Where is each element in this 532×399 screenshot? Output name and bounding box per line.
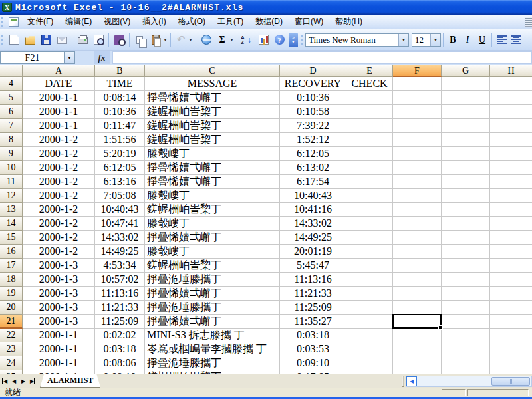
menu-item-6[interactable]: 数据(D) [249,14,289,29]
menu-item-3[interactable]: 插入(I) [136,14,172,29]
cell-F5[interactable] [393,91,442,105]
hyperlink-icon[interactable] [199,33,213,47]
cell-F20[interactable] [393,301,442,315]
cell-B24[interactable]: 0:08:06 [95,356,145,370]
cell-F10[interactable] [393,161,442,175]
cell-B17[interactable]: 4:53:34 [95,259,145,273]
cell-D18[interactable]: 11:13:16 [280,273,346,287]
cell-D9[interactable]: 6:12:05 [280,147,346,161]
cell-D16[interactable]: 20:01:19 [280,245,346,259]
toolbar-grip[interactable] [1,17,5,27]
align-left-button[interactable] [494,33,509,47]
font-name-combobox[interactable]: Times New Roman ▼ [305,33,409,47]
row-header-15[interactable]: 15 [0,231,23,245]
help-icon[interactable]: ? [272,33,287,47]
column-header-G[interactable]: G [442,65,490,77]
cell-H8[interactable] [490,133,532,147]
cell-D7[interactable]: 7:39:22 [280,119,346,133]
column-header-H[interactable]: H [490,65,532,77]
cell-B14[interactable]: 10:47:41 [95,217,145,231]
horizontal-scroll-thumb[interactable] [491,377,530,386]
cell-B15[interactable]: 14:33:02 [95,231,145,245]
cell-A8[interactable]: 2000-1-2 [23,133,95,147]
cell-D6[interactable]: 0:10:58 [280,105,346,119]
cell-B21[interactable]: 11:25:09 [95,315,145,329]
cell-A12[interactable]: 2000-1-2 [23,189,95,203]
menu-item-7[interactable]: 窗口(W) [289,14,329,29]
cell-H10[interactable] [490,161,532,175]
cell-D21[interactable]: 11:35:27 [280,315,346,329]
paste-icon[interactable] [148,33,163,47]
last-sheet-button[interactable]: ▶ [28,376,37,386]
cell-F23[interactable] [393,342,442,356]
cell-C11[interactable]: 掙曡悕嬻弌嶰丁 [145,175,280,189]
cell-E23[interactable] [346,342,393,356]
cell-G7[interactable] [442,119,490,133]
cell-G18[interactable] [442,273,490,287]
clipped-toolbar-icon[interactable] [525,17,532,27]
menu-item-4[interactable]: 格式(O) [172,14,211,29]
formatting-toolbar-grip[interactable] [301,35,304,45]
cell-F11[interactable] [393,175,442,189]
cell-H6[interactable] [490,105,532,119]
cell-C21[interactable]: 掙曡悕嬻弌嶰丁 [145,315,280,329]
cell-G5[interactable] [442,91,490,105]
cell-F19[interactable] [393,287,442,301]
cell-B7[interactable]: 0:11:47 [95,119,145,133]
cell-A11[interactable]: 2000-1-2 [23,175,95,189]
italic-button[interactable]: I [460,33,475,47]
cell-D5[interactable]: 0:10:36 [280,91,346,105]
cell-A19[interactable]: 2000-1-3 [23,287,95,301]
chart-icon[interactable] [256,33,271,47]
cell-C14[interactable]: 滕彀嶁丁 [145,217,280,231]
name-box-dropdown-icon[interactable]: ▼ [64,51,75,64]
cell-F16[interactable] [393,245,442,259]
print-preview-icon[interactable] [91,33,106,47]
cell-B22[interactable]: 0:02:02 [95,329,145,342]
toolbar-options-button[interactable]: »▾ [289,33,298,47]
cell-C5[interactable]: 掙曡悕嬻弌嶰丁 [145,91,280,105]
cell-A21[interactable]: 2000-1-3 [23,315,95,329]
cell-C10[interactable]: 掙曡悕嬻弌嶰丁 [145,161,280,175]
cell-B5[interactable]: 0:08:14 [95,91,145,105]
cell-G14[interactable] [442,217,490,231]
standard-toolbar-grip[interactable] [1,35,5,45]
cell-B13[interactable]: 10:40:43 [95,203,145,217]
row-header-4[interactable]: 4 [0,77,23,91]
cell-G12[interactable] [442,189,490,203]
cell-G21[interactable] [442,315,490,329]
row-header-13[interactable]: 13 [0,203,23,217]
cell-G10[interactable] [442,161,490,175]
undo-icon[interactable]: ↶ [174,33,188,47]
row-header-22[interactable]: 22 [0,329,23,342]
cell-E4[interactable]: CHECK [346,77,393,91]
cell-C9[interactable]: 滕彀嶁丁 [145,147,280,161]
menu-item-2[interactable]: 视图(V) [98,14,136,29]
cell-A18[interactable]: 2000-1-3 [23,273,95,287]
cell-F6[interactable] [393,105,442,119]
mail-icon[interactable] [55,33,69,47]
cell-E12[interactable] [346,189,393,203]
cell-H24[interactable] [490,356,532,370]
cell-B12[interactable]: 7:05:08 [95,189,145,203]
cell-E21[interactable] [346,315,393,329]
row-header-18[interactable]: 18 [0,273,23,287]
cell-C23[interactable]: 岺嶌或椢嶋暈李摑滕攜 丁 [145,342,280,356]
cell-B8[interactable]: 1:51:56 [95,133,145,147]
cell-B18[interactable]: 10:57:02 [95,273,145,287]
cell-G22[interactable] [442,329,490,342]
cell-A24[interactable]: 2000-1-1 [23,356,95,370]
cell-A5[interactable]: 2000-1-1 [23,91,95,105]
cell-B11[interactable]: 6:13:16 [95,175,145,189]
cell-H14[interactable] [490,217,532,231]
cell-G6[interactable] [442,105,490,119]
row-header-24[interactable]: 24 [0,356,23,370]
cell-F12[interactable] [393,189,442,203]
cell-E7[interactable] [346,119,393,133]
cell-E9[interactable] [346,147,393,161]
cell-B4[interactable]: TIME [95,77,145,91]
cell-F13[interactable] [393,203,442,217]
cell-D8[interactable]: 1:52:12 [280,133,346,147]
cell-G13[interactable] [442,203,490,217]
cell-F9[interactable] [393,147,442,161]
